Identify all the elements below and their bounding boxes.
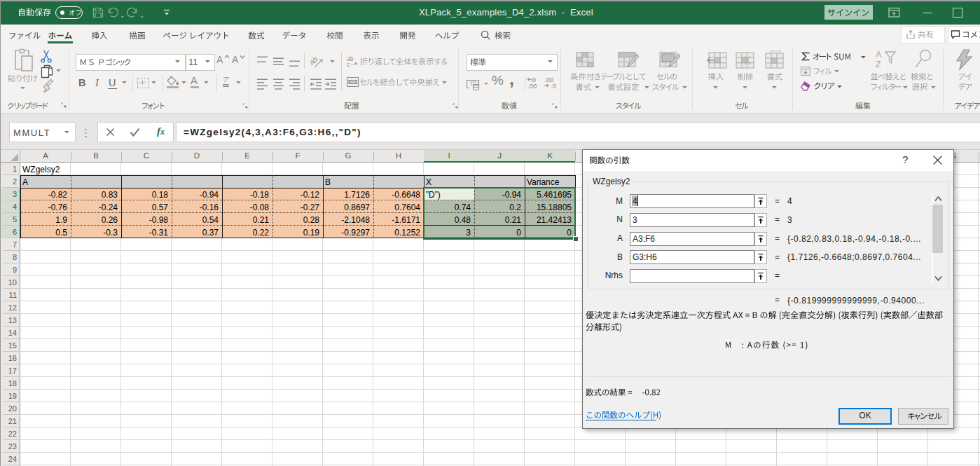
- svg-text:ab: ab: [310, 55, 319, 67]
- svg-text:A: A: [876, 50, 882, 60]
- svg-text:.00: .00: [527, 82, 537, 88]
- svg-text:Z: Z: [876, 60, 881, 69]
- svg-text:.0: .0: [551, 82, 556, 88]
